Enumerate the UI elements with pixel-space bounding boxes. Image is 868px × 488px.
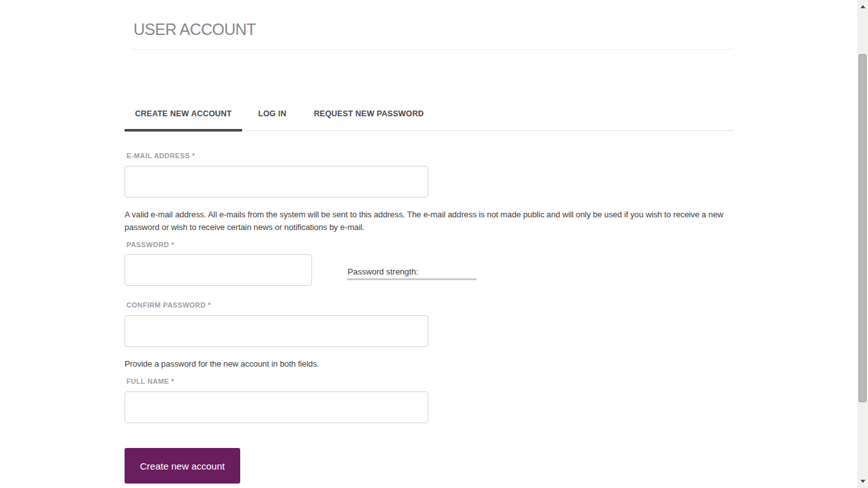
tab-create-new-account[interactable]: CREATE NEW ACCOUNT bbox=[125, 95, 242, 131]
tab-request-new-password[interactable]: REQUEST NEW PASSWORD bbox=[302, 95, 435, 131]
confirm-password-help-text: Provide a password for the new account i… bbox=[125, 358, 569, 370]
full-name-label: FULL NAME * bbox=[126, 377, 174, 385]
full-name-field[interactable] bbox=[125, 391, 428, 423]
confirm-password-required-marker: * bbox=[208, 301, 211, 309]
create-account-button[interactable]: Create new account bbox=[125, 448, 240, 484]
email-required-marker: * bbox=[192, 152, 195, 159]
password-label: PASSWORD * bbox=[126, 241, 174, 248]
password-strength-label: Password strength: bbox=[348, 267, 418, 276]
email-label-text: E-MAIL ADDRESS bbox=[126, 152, 190, 159]
password-label-text: PASSWORD bbox=[126, 241, 169, 248]
scrollbar-down-arrow-icon[interactable] bbox=[860, 480, 865, 483]
full-name-label-text: FULL NAME bbox=[126, 377, 169, 385]
scrollbar-up-arrow-icon[interactable] bbox=[860, 5, 865, 8]
tab-log-in[interactable]: LOG IN bbox=[242, 95, 302, 131]
password-strength-bar bbox=[347, 278, 477, 280]
confirm-password-label-text: CONFIRM PASSWORD bbox=[126, 301, 206, 309]
account-tabs: CREATE NEW ACCOUNT LOG IN REQUEST NEW PA… bbox=[125, 95, 734, 131]
email-help-text: A valid e-mail address. All e-mails from… bbox=[125, 208, 729, 233]
email-label: E-MAIL ADDRESS * bbox=[126, 152, 195, 159]
email-field[interactable] bbox=[125, 166, 428, 198]
scrollbar[interactable] bbox=[857, 0, 868, 488]
password-field[interactable] bbox=[125, 254, 312, 286]
confirm-password-field[interactable] bbox=[125, 315, 428, 347]
page-title: USER ACCOUNT bbox=[133, 20, 256, 38]
scrollbar-thumb[interactable] bbox=[858, 54, 867, 402]
full-name-required-marker: * bbox=[171, 377, 174, 385]
title-divider bbox=[130, 49, 734, 50]
confirm-password-label: CONFIRM PASSWORD * bbox=[126, 301, 211, 309]
password-required-marker: * bbox=[172, 241, 175, 248]
